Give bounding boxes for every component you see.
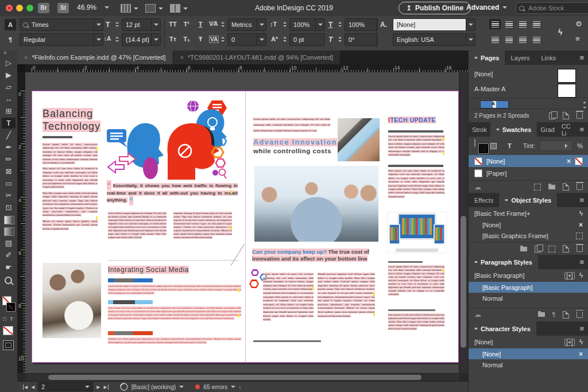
stock-badge-button[interactable]: St xyxy=(57,3,69,13)
underline-button[interactable]: T xyxy=(194,18,207,30)
tab-character-styles[interactable]: Character Styles xyxy=(469,321,536,336)
screen-layout-button[interactable] xyxy=(170,4,188,13)
pasteboard[interactable]: Balancing Technology Lorem ipsum dolor s… xyxy=(25,72,468,373)
tab-gradient[interactable]: Grad xyxy=(537,122,558,137)
tab-cc-libraries[interactable]: CC Li xyxy=(558,122,575,137)
paragraph-formatting-button[interactable]: ¶ xyxy=(5,34,16,45)
close-icon[interactable]: × xyxy=(180,54,184,61)
swatch-row-paper[interactable]: [Paper] xyxy=(469,167,588,179)
free-transform-tool[interactable]: ⊡ xyxy=(2,202,16,213)
preflight-profile-dropdown[interactable]: [Basic] (working) xyxy=(131,383,176,390)
formatting-affects-buttons[interactable]: □ T xyxy=(2,316,15,323)
new-page-icon[interactable] xyxy=(563,112,569,119)
new-style-icon[interactable] xyxy=(563,245,569,253)
screen-mode-button[interactable] xyxy=(3,340,14,350)
vertical-scale-stepper[interactable] xyxy=(281,18,288,30)
font-family-dropdown[interactable]: Times xyxy=(20,18,103,31)
lightning-icon[interactable]: ϟ xyxy=(579,271,583,280)
publish-online-button[interactable]: ↥ Publish Online xyxy=(399,2,471,14)
baseline-shift-stepper[interactable] xyxy=(281,33,288,45)
stock-search-field[interactable] xyxy=(516,2,588,14)
pencil-tool[interactable]: ✏ xyxy=(2,154,16,165)
type-tool[interactable]: T xyxy=(2,118,16,129)
font-style-dropdown[interactable]: Regular xyxy=(20,33,103,46)
kerning-dropdown[interactable]: Metrics xyxy=(227,18,266,31)
tab-pages[interactable]: Pages xyxy=(469,51,505,65)
tint-field[interactable] xyxy=(540,141,572,151)
clear-overrides-icon[interactable] xyxy=(535,246,541,253)
justify-right-button[interactable] xyxy=(503,34,514,45)
maximize-window-button[interactable] xyxy=(26,5,33,11)
character-style-row-normal[interactable]: Normal xyxy=(469,359,588,370)
skew-field[interactable]: 0° xyxy=(345,33,378,46)
close-icon[interactable]: × xyxy=(24,54,28,61)
page-number-dropdown[interactable]: 2 xyxy=(38,382,93,391)
character-style-dropdown[interactable]: [None] xyxy=(393,18,475,31)
kerning-stepper[interactable] xyxy=(219,18,226,30)
new-swatch-icon[interactable] xyxy=(563,183,569,191)
gradient-feather-tool[interactable] xyxy=(4,227,14,236)
note-tool[interactable]: ▤ xyxy=(2,238,16,249)
scroll-left-icon[interactable]: ‹ xyxy=(239,383,241,390)
formatting-affects-text-icon[interactable]: T xyxy=(508,142,512,149)
swatch-views-icon[interactable] xyxy=(534,184,541,191)
justify-full-button[interactable] xyxy=(531,34,542,45)
tab-stroke[interactable]: Strok xyxy=(469,122,490,137)
minimize-window-button[interactable] xyxy=(16,5,23,11)
horizontal-scale-stepper[interactable] xyxy=(336,18,343,30)
gap-tool[interactable]: ↔ xyxy=(2,94,16,104)
clear-attributes-icon[interactable] xyxy=(548,246,555,253)
close-window-button[interactable] xyxy=(6,5,13,11)
leading-stepper[interactable] xyxy=(114,33,120,45)
next-page-button[interactable]: ▶ xyxy=(96,385,100,390)
horizontal-ruler[interactable]: 0 2 4 6 8 10 12 14 16 xyxy=(25,64,468,73)
content-collector-tool[interactable]: ⊞ xyxy=(2,106,16,117)
rectangle-tool[interactable]: ▭ xyxy=(2,178,16,189)
pen-tool[interactable]: ✒ xyxy=(2,142,16,153)
fill-stroke-proxy[interactable] xyxy=(474,139,487,152)
new-group-folder-icon[interactable] xyxy=(548,185,555,189)
tab-layers[interactable]: Layers xyxy=(505,51,535,65)
page-thumbnail[interactable] xyxy=(558,69,576,83)
previous-page-button[interactable]: ◀ xyxy=(31,385,34,390)
scissors-tool[interactable]: ✂ xyxy=(2,190,16,201)
trash-icon[interactable] xyxy=(577,312,583,318)
object-style-row-none[interactable]: [None] × xyxy=(469,220,588,230)
cc-libraries-cloud-icon[interactable]: ☁ xyxy=(474,311,481,319)
tab-object-styles[interactable]: Object Styles xyxy=(499,193,557,207)
edit-page-size-icon[interactable] xyxy=(549,112,555,119)
direct-selection-tool[interactable]: ▶ xyxy=(2,69,16,80)
spread-thumbnail[interactable] xyxy=(480,100,509,108)
trash-icon[interactable] xyxy=(577,184,583,190)
apply-none-button[interactable] xyxy=(3,326,13,335)
document-tab-inactive[interactable]: × *TC9980201-LAYOUT-MI1.indd @ 94% [Conv… xyxy=(173,51,341,64)
justify-center-button[interactable] xyxy=(489,34,501,45)
language-dropdown[interactable]: English: USA xyxy=(393,33,475,46)
vertical-ruler[interactable]: 0 2 4 6 8 10 xyxy=(17,72,26,373)
error-count-dropdown[interactable]: 65 errors xyxy=(203,383,227,390)
selection-tool[interactable]: ▷ xyxy=(2,57,16,68)
bridge-button[interactable]: Br xyxy=(38,3,49,13)
ruler-origin-corner[interactable] xyxy=(17,64,25,72)
page-tool[interactable]: ▱ xyxy=(2,81,16,92)
master-page-row-a-master[interactable]: A-Master A xyxy=(469,82,588,96)
horizontal-scrollbar[interactable] xyxy=(25,373,459,382)
stock-search-input[interactable] xyxy=(527,4,581,12)
zoom-level-dropdown[interactable]: 46.9% xyxy=(77,3,109,11)
paragraph-style-row-basic[interactable]: [Basic Paragraph] xyxy=(469,282,588,293)
formatting-affects-container-icon[interactable] xyxy=(490,143,497,149)
eyedropper-tool[interactable]: ✐ xyxy=(2,250,16,261)
line-tool[interactable]: ╱ xyxy=(2,130,16,141)
skew-stepper[interactable] xyxy=(336,33,343,45)
small-caps-button[interactable]: Tᴛ xyxy=(167,33,179,45)
panel-menu-icon[interactable]: ≡ xyxy=(575,193,588,207)
character-formatting-button[interactable]: A xyxy=(5,19,16,30)
paragraph-style-edit-icon[interactable]: ¶ xyxy=(552,312,555,318)
hand-tool[interactable]: ☛ xyxy=(2,262,16,273)
swatch-row-none[interactable]: [None] × xyxy=(469,155,588,167)
toolbar-collapse-icon[interactable]: » xyxy=(3,49,7,56)
first-page-button[interactable]: ◀ xyxy=(23,385,28,390)
new-group-folder-icon[interactable] xyxy=(520,247,527,251)
leading-dropdown[interactable]: (14.4 pt) xyxy=(122,33,161,46)
master-page-row-none[interactable]: [None] xyxy=(469,67,588,81)
